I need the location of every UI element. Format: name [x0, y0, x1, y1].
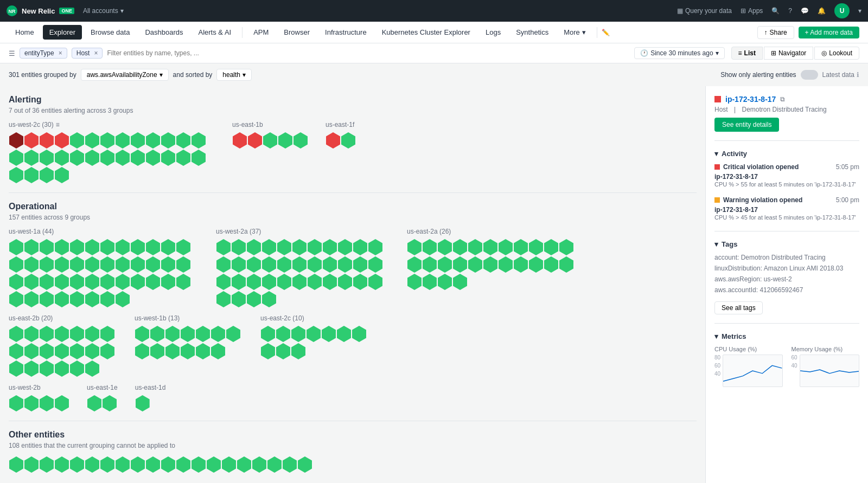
accounts-selector[interactable]: All accounts ▾	[83, 7, 124, 15]
hex-cell[interactable]	[40, 456, 54, 473]
time-selector[interactable]: 🕐 Since 30 minutes ago ▾	[634, 47, 724, 59]
hex-cell[interactable]	[368, 274, 382, 290]
hex-cell[interactable]	[192, 132, 206, 149]
hex-cell[interactable]	[368, 239, 382, 255]
nav-infrastructure[interactable]: Infrastructure	[318, 25, 373, 40]
hex-cell[interactable]	[161, 256, 175, 273]
hex-cell[interactable]	[40, 239, 54, 255]
hex-cell[interactable]	[308, 256, 322, 273]
hex-cell[interactable]	[232, 256, 246, 273]
query-data-button[interactable]: ▦ Query your data	[677, 7, 732, 15]
hex-cell[interactable]	[24, 395, 39, 411]
hex-cell[interactable]	[24, 456, 39, 473]
hex-cell[interactable]	[233, 132, 247, 149]
hex-cell[interactable]	[499, 239, 513, 255]
hex-cell[interactable]	[135, 343, 149, 359]
hex-cell[interactable]	[100, 343, 114, 359]
hex-cell[interactable]	[216, 256, 231, 273]
hex-cell[interactable]	[55, 456, 69, 473]
copy-icon[interactable]: ⧉	[780, 95, 785, 103]
nav-alerts[interactable]: Alerts & AI	[192, 25, 238, 40]
hex-cell[interactable]	[222, 456, 236, 473]
filter-tag-remove[interactable]: ×	[59, 49, 62, 57]
hex-cell[interactable]	[353, 239, 367, 255]
hex-cell[interactable]	[559, 239, 573, 255]
entity-name[interactable]: ip-172-31-8-17	[725, 95, 776, 104]
list-view-button[interactable]: ≡ List	[731, 47, 763, 60]
filter-icon[interactable]: ☰	[9, 49, 15, 57]
hex-cell[interactable]	[307, 326, 321, 342]
hex-cell[interactable]	[293, 132, 308, 149]
hex-cell[interactable]	[247, 256, 261, 273]
hex-cell[interactable]	[298, 456, 312, 473]
hex-cell[interactable]	[216, 291, 231, 307]
hex-cell[interactable]	[423, 256, 437, 273]
hex-cell[interactable]	[9, 274, 23, 290]
hex-cell[interactable]	[261, 326, 275, 342]
hex-cell[interactable]	[216, 274, 231, 290]
apps-button[interactable]: ⊞ Apps	[741, 7, 763, 15]
nav-synthetics[interactable]: Synthetics	[509, 25, 555, 40]
hex-cell[interactable]	[40, 343, 54, 359]
sort-by-dropdown[interactable]: health ▾	[216, 69, 252, 81]
hex-cell[interactable]	[277, 274, 291, 290]
hex-cell[interactable]	[55, 167, 69, 183]
hex-cell[interactable]	[9, 239, 23, 255]
hex-cell[interactable]	[55, 291, 69, 307]
hex-cell[interactable]	[135, 326, 149, 342]
hex-cell[interactable]	[55, 132, 69, 149]
hex-cell[interactable]	[308, 239, 322, 255]
hex-cell[interactable]	[55, 150, 69, 166]
hex-cell[interactable]	[192, 456, 206, 473]
hex-cell[interactable]	[232, 274, 246, 290]
hex-cell[interactable]	[100, 239, 114, 255]
see-entity-details-button[interactable]: See entity details	[714, 118, 779, 132]
hex-cell[interactable]	[131, 256, 145, 273]
hex-cell[interactable]	[247, 239, 261, 255]
hex-cell[interactable]	[276, 343, 290, 359]
hex-cell[interactable]	[514, 239, 528, 255]
hex-cell[interactable]	[322, 326, 336, 342]
hex-cell[interactable]	[326, 132, 340, 149]
hex-cell[interactable]	[100, 326, 114, 342]
nav-home[interactable]: Home	[9, 25, 41, 40]
hex-cell[interactable]	[85, 360, 99, 377]
alert-toggle-switch[interactable]	[801, 70, 818, 80]
hex-cell[interactable]	[267, 456, 282, 473]
hex-cell[interactable]	[116, 456, 130, 473]
hex-cell[interactable]	[337, 326, 351, 342]
hex-cell[interactable]	[24, 360, 39, 377]
hex-cell[interactable]	[70, 132, 84, 149]
hex-cell[interactable]	[161, 274, 175, 290]
hex-cell[interactable]	[146, 239, 160, 255]
hex-cell[interactable]	[514, 256, 528, 273]
activity-section-title[interactable]: ▾ Activity	[714, 150, 859, 158]
hex-cell[interactable]	[40, 360, 54, 377]
hex-cell[interactable]	[338, 256, 352, 273]
tags-section-title[interactable]: ▾ Tags	[714, 240, 859, 248]
group-by-dropdown[interactable]: aws.awsAvailabilityZone ▾	[81, 69, 169, 81]
hex-cell[interactable]	[40, 150, 54, 166]
hex-cell[interactable]	[353, 256, 367, 273]
hex-cell[interactable]	[438, 274, 452, 290]
hex-cell[interactable]	[70, 150, 84, 166]
hex-cell[interactable]	[85, 239, 99, 255]
hex-cell[interactable]	[40, 274, 54, 290]
hex-cell[interactable]	[196, 343, 210, 359]
hex-cell[interactable]	[341, 132, 355, 149]
hex-cell[interactable]	[232, 239, 246, 255]
hex-cell[interactable]	[292, 256, 307, 273]
hex-cell[interactable]	[131, 132, 145, 149]
hex-cell[interactable]	[40, 291, 54, 307]
hex-cell[interactable]	[9, 132, 23, 149]
hex-cell[interactable]	[262, 256, 276, 273]
hex-cell[interactable]	[499, 256, 513, 273]
hex-cell[interactable]	[9, 291, 23, 307]
hex-cell[interactable]	[24, 167, 39, 183]
hex-cell[interactable]	[55, 274, 69, 290]
hex-cell[interactable]	[232, 291, 246, 307]
hex-cell[interactable]	[85, 256, 99, 273]
hex-cell[interactable]	[192, 150, 206, 166]
hex-cell[interactable]	[100, 132, 114, 149]
hex-cell[interactable]	[40, 326, 54, 342]
